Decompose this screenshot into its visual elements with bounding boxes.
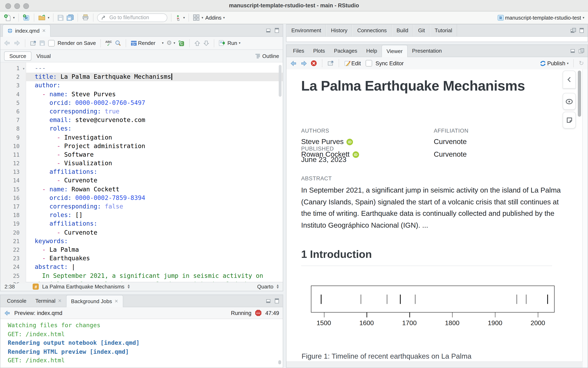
close-icon[interactable]: ✕ bbox=[58, 298, 62, 304]
code-editor[interactable]: 1▾---2title: La Palma Earthquake Mechani… bbox=[0, 62, 283, 284]
visual-mode-button[interactable]: Visual bbox=[31, 52, 55, 60]
tab-terminal[interactable]: Terminal✕ bbox=[31, 295, 66, 307]
tab-background-jobs[interactable]: Background Jobs✕ bbox=[66, 295, 123, 307]
maximize-pane-icon[interactable] bbox=[579, 28, 584, 33]
zoom-window-button[interactable] bbox=[23, 3, 29, 9]
maximize-pane-icon[interactable] bbox=[274, 28, 279, 33]
code-line[interactable]: 10 - Project administration bbox=[0, 142, 283, 150]
code-line[interactable]: 18 roles: [] bbox=[0, 211, 283, 220]
pane-layout-button[interactable]: ▾ bbox=[193, 14, 203, 21]
collapse-margin-button[interactable] bbox=[563, 71, 576, 89]
sync-editor-checkbox[interactable] bbox=[366, 60, 372, 66]
tab-environment[interactable]: Environment bbox=[286, 25, 326, 36]
tab-viewer[interactable]: Viewer bbox=[382, 45, 407, 57]
insert-chunk-button[interactable]: C bbox=[178, 40, 185, 46]
orcid-icon[interactable]: iD bbox=[346, 138, 353, 145]
editor-scrollbar[interactable] bbox=[279, 65, 282, 97]
popout-icon[interactable] bbox=[327, 60, 334, 66]
back-icon[interactable] bbox=[4, 310, 11, 316]
render-on-save-checkbox[interactable] bbox=[48, 40, 55, 46]
code-line[interactable]: 20 - Curvenote bbox=[0, 228, 283, 237]
code-line[interactable]: 17 corresponding: false bbox=[0, 202, 283, 211]
edit-button[interactable]: Edit bbox=[344, 60, 361, 66]
save-button[interactable] bbox=[57, 14, 64, 21]
publish-button[interactable]: Publish ▾ bbox=[539, 60, 569, 67]
git-menu-button[interactable]: G ▾ bbox=[175, 14, 185, 21]
section-selector[interactable]: La Palma Earthquake Mechanisms bbox=[42, 284, 124, 290]
source-mode-button[interactable]: Source bbox=[4, 51, 31, 61]
restore-pane-icon[interactable] bbox=[570, 28, 576, 33]
forward-icon[interactable] bbox=[300, 60, 307, 66]
code-line[interactable]: 21keywords: bbox=[0, 237, 283, 246]
tab-help[interactable]: Help bbox=[362, 45, 382, 57]
code-line[interactable]: 6 corresponding: true bbox=[0, 107, 283, 116]
code-line[interactable]: 9 - Investigation bbox=[0, 133, 283, 142]
addins-menu-button[interactable]: Addins ▾ bbox=[205, 15, 225, 21]
console-scrollbar[interactable] bbox=[278, 360, 281, 364]
code-line[interactable]: 3author: bbox=[0, 81, 283, 90]
run-previous-icon[interactable] bbox=[194, 40, 201, 46]
code-line[interactable]: 22 - La Palma bbox=[0, 246, 283, 254]
clear-viewer-icon[interactable] bbox=[311, 60, 317, 66]
run-button[interactable]: Run ▾ bbox=[219, 40, 240, 46]
tab-build[interactable]: Build bbox=[392, 25, 413, 36]
render-settings-button[interactable]: ⚙ ▾ bbox=[166, 40, 175, 46]
tab-console[interactable]: Console bbox=[2, 295, 31, 307]
tab-files[interactable]: Files bbox=[288, 45, 309, 57]
back-icon[interactable] bbox=[290, 60, 297, 66]
code-line[interactable]: 5 orcid: 0000-0002-0760-5497 bbox=[0, 99, 283, 107]
tab-plots[interactable]: Plots bbox=[309, 45, 330, 57]
goto-file-input[interactable]: Go to file/function bbox=[97, 13, 167, 22]
close-icon[interactable]: ✕ bbox=[42, 28, 46, 33]
notes-button[interactable] bbox=[563, 112, 576, 129]
orcid-icon[interactable]: iD bbox=[352, 151, 359, 158]
tab-presentation[interactable]: Presentation bbox=[407, 45, 446, 57]
code-line[interactable]: 8 roles: bbox=[0, 125, 283, 133]
code-line[interactable]: 15 - name: Rowan Cockett bbox=[0, 185, 283, 193]
outline-button[interactable]: Outline bbox=[255, 53, 279, 59]
code-line[interactable]: 7 email: steve@curvenote.com bbox=[0, 116, 283, 124]
visibility-button[interactable] bbox=[563, 93, 576, 110]
close-window-button[interactable] bbox=[5, 3, 11, 9]
code-line[interactable]: 4 - name: Steve Purves bbox=[0, 90, 283, 99]
code-line[interactable]: 14 - Curvenote bbox=[0, 176, 283, 185]
code-line[interactable]: 2title: La Palma Earthquake Mechanisms bbox=[0, 73, 283, 81]
minimize-pane-icon[interactable] bbox=[266, 298, 271, 304]
tab-history[interactable]: History bbox=[326, 25, 352, 36]
filetype-selector[interactable]: Quarto bbox=[257, 284, 274, 290]
code-line[interactable]: 25 In September 2021, a significant jump… bbox=[0, 272, 283, 280]
search-icon[interactable] bbox=[115, 40, 121, 46]
close-icon[interactable]: ✕ bbox=[114, 299, 118, 304]
project-menu-button[interactable]: R manuscript-template-rstudio-test ▾ bbox=[497, 14, 584, 21]
code-line[interactable]: 12 - Visualization bbox=[0, 159, 283, 168]
minimize-pane-icon[interactable] bbox=[570, 48, 576, 54]
console-output[interactable]: Watching files for changesGET: /index.ht… bbox=[0, 319, 283, 365]
new-project-button[interactable]: R bbox=[22, 14, 30, 21]
code-line[interactable]: 1▾--- bbox=[0, 64, 283, 73]
run-next-icon[interactable] bbox=[203, 40, 210, 46]
code-line[interactable]: 16 orcid: 0000-0002-7859-8394 bbox=[0, 194, 283, 202]
refresh-icon[interactable]: ↻ bbox=[579, 60, 584, 66]
render-button[interactable]: Render ▾ bbox=[131, 40, 163, 46]
tab-index-qmd[interactable]: index.qmd ✕ bbox=[2, 25, 51, 37]
save-all-button[interactable] bbox=[66, 14, 74, 21]
print-button[interactable] bbox=[82, 14, 89, 21]
minimize-window-button[interactable] bbox=[14, 3, 20, 9]
save-icon[interactable] bbox=[39, 40, 45, 46]
code-line[interactable]: 24abstract: | bbox=[0, 263, 283, 272]
code-line[interactable]: 13 affiliations: bbox=[0, 168, 283, 176]
open-file-button[interactable]: ▾ bbox=[38, 14, 49, 21]
tab-packages[interactable]: Packages bbox=[330, 45, 362, 57]
new-file-button[interactable]: ▾ bbox=[4, 14, 15, 21]
code-line[interactable]: 11 - Software bbox=[0, 151, 283, 159]
code-line[interactable]: 23 - Earthquakes bbox=[0, 254, 283, 263]
tab-git[interactable]: Git bbox=[413, 25, 430, 36]
viewer-scroll-track[interactable] bbox=[582, 69, 588, 368]
restore-pane-icon[interactable] bbox=[579, 48, 584, 54]
viewer-document[interactable]: La Palma Earthquake Mechanisms AUTHORS A… bbox=[286, 69, 583, 362]
stop-icon[interactable]: STOP bbox=[255, 310, 262, 316]
back-icon[interactable] bbox=[4, 40, 11, 46]
viewer-scrollbar[interactable] bbox=[578, 71, 581, 117]
spellcheck-icon[interactable]: ABC✓ bbox=[105, 40, 112, 46]
forward-icon[interactable] bbox=[13, 40, 20, 46]
